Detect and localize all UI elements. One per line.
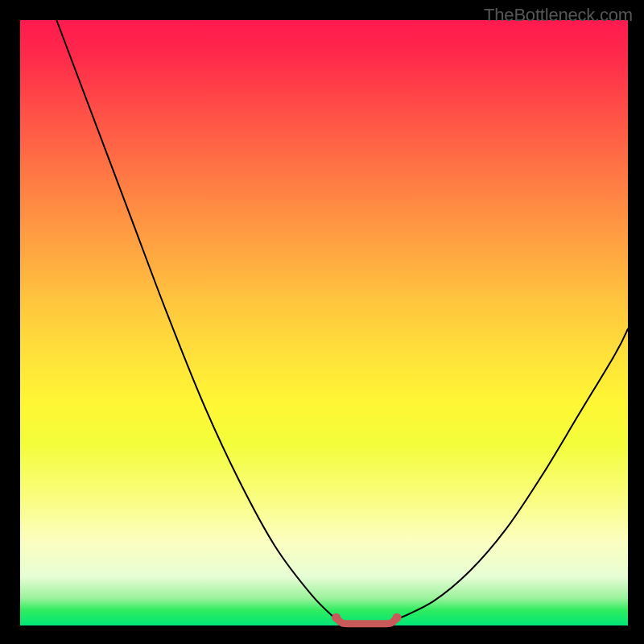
series-left-curve (56, 20, 336, 619)
trough-endpoint (393, 613, 402, 622)
series-right-curve (397, 329, 628, 620)
chart-svg (20, 20, 628, 625)
trough-endpoint (332, 613, 341, 622)
series-trough-marker (336, 617, 398, 624)
watermark-text: TheBottleneck.com (484, 5, 633, 26)
chart-gradient-area (20, 20, 628, 625)
curve-group (56, 20, 628, 624)
